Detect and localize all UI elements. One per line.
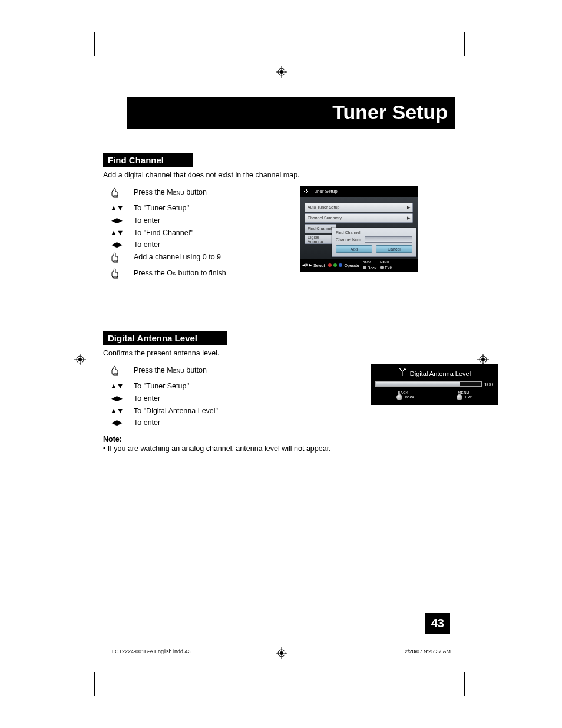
popup-cancel-button: Cancel <box>376 245 412 253</box>
crop-mark <box>464 32 465 56</box>
button-icon <box>457 394 462 400</box>
popup-field-label: Channel Num. <box>336 238 362 242</box>
hand-press-icon <box>110 252 123 266</box>
step-text: Press the Menu button <box>134 364 222 380</box>
osd-menu-item: Channel Summary▶ <box>305 213 413 223</box>
signal-bar <box>375 381 482 387</box>
section-heading: Find Channel <box>103 153 193 167</box>
chevron-right-icon: ▶ <box>407 216 410 220</box>
footer-doc: LCT2224-001B-A English.indd 43 <box>112 648 191 654</box>
osd-popup-find-channel: Find Channel Channel Num. Add Cancel <box>332 228 416 257</box>
steps-table: Press the Menu button ▲▼ To "Tuner Setup… <box>103 186 230 283</box>
footer-date: 2/20/07 9:25:37 AM <box>405 648 451 654</box>
left-right-arrows-icon: ◀▶ <box>111 216 122 225</box>
step-text: To "Tuner Setup" <box>134 202 230 215</box>
left-right-arrows-icon: ◀▶ <box>111 241 122 249</box>
osd-tuner-setup-figure: Tuner Setup Auto Tuner Setup▶ Channel Su… <box>300 186 418 272</box>
popup-add-button: Add <box>336 245 372 253</box>
section-find-channel: Find Channel Add a digital channel that … <box>103 129 451 283</box>
register-mark-icon <box>276 66 287 78</box>
hand-press-icon <box>110 187 123 201</box>
red-dot-icon <box>328 263 332 267</box>
register-mark-icon <box>74 354 86 365</box>
step-text: To enter <box>134 239 230 251</box>
back-dot-icon <box>363 266 366 269</box>
button-icon <box>396 394 402 400</box>
step-text: Add a channel using 0 to 9 <box>134 251 230 267</box>
manual-page: Tuner Setup Find Channel Add a digital c… <box>0 0 562 728</box>
osd-title: Tuner Setup <box>312 189 338 194</box>
section-description: Add a digital channel that does not exis… <box>103 170 451 180</box>
step-text: To "Tuner Setup" <box>134 380 222 393</box>
blue-dot-icon <box>339 263 342 267</box>
step-text: To enter <box>134 417 222 429</box>
page-content: Tuner Setup Find Channel Add a digital c… <box>103 97 451 453</box>
step-text: Press the Menu button <box>134 186 230 202</box>
satellite-icon <box>303 188 309 195</box>
crop-mark <box>464 672 465 696</box>
page-title: Tuner Setup <box>127 97 455 129</box>
step-text: To enter <box>134 215 230 227</box>
osd-menu-item: Auto Tuner Setup▶ <box>305 203 413 212</box>
hand-press-icon <box>110 268 123 282</box>
crop-mark <box>94 672 95 696</box>
step-text: To enter <box>134 393 222 405</box>
osd-title: Digital Antenna Level <box>410 370 471 377</box>
up-down-arrows-icon: ▲▼ <box>110 229 124 237</box>
left-right-arrows-icon: ◀▶ <box>111 419 122 427</box>
dpad-icon: ◀✦▶ <box>302 263 312 268</box>
osd-antenna-level-figure: Digital Antenna Level 100 BACK Back <box>371 364 498 405</box>
up-down-arrows-icon: ▲▼ <box>110 382 124 390</box>
note-body: • If you are watching an analog channel,… <box>103 444 356 453</box>
up-down-arrows-icon: ▲▼ <box>110 204 124 212</box>
osd-footer: ◀✦▶Select Operate BACKBack MENUExit <box>300 259 418 272</box>
chevron-right-icon: ▶ <box>407 205 410 210</box>
print-footer: LCT2224-001B-A English.indd 43 2/20/07 9… <box>112 648 451 654</box>
crop-mark <box>94 32 95 56</box>
exit-dot-icon <box>380 266 384 269</box>
antenna-icon <box>398 368 407 380</box>
signal-value: 100 <box>484 381 493 387</box>
hand-press-icon <box>110 365 123 379</box>
osd-exit-control: MENU Exit <box>457 391 472 400</box>
popup-title: Find Channel <box>336 230 412 235</box>
osd-back-control: BACK Back <box>396 391 414 400</box>
green-dot-icon <box>333 263 337 267</box>
step-text: To "Find Channel" <box>134 227 230 239</box>
up-down-arrows-icon: ▲▼ <box>110 407 124 415</box>
section-digital-antenna-level: Digital Antenna Level Confirms the prese… <box>103 307 451 453</box>
page-number: 43 <box>425 613 450 634</box>
osd-header: Tuner Setup <box>300 186 418 197</box>
section-description: Confirms the present antenna level. <box>103 348 451 358</box>
step-text: To "Digital Antenna Level" <box>134 405 222 417</box>
note-label: Note: <box>103 435 356 443</box>
left-right-arrows-icon: ◀▶ <box>111 394 122 403</box>
step-text: Press the Ok button to finish <box>134 267 230 283</box>
steps-table: Press the Menu button ▲▼ To "Tuner Setup… <box>103 364 222 429</box>
section-heading: Digital Antenna Level <box>103 331 227 345</box>
popup-input-field <box>365 236 412 243</box>
